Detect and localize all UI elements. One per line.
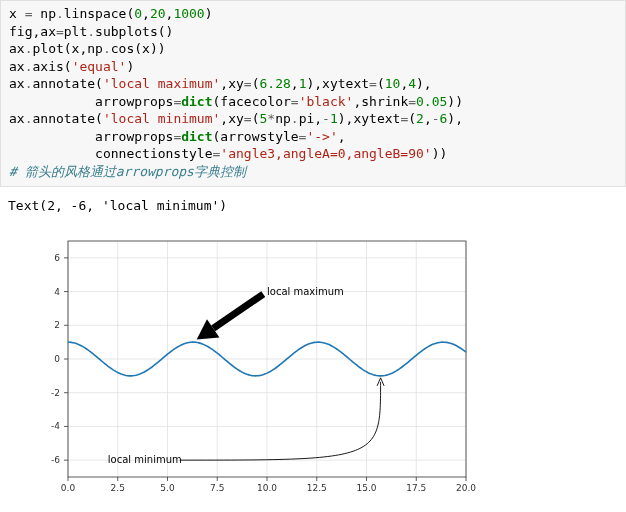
code-token: x [9,6,25,21]
svg-text:4: 4 [54,287,60,297]
svg-text:2.5: 2.5 [111,483,125,493]
code-comment: # 箭头的风格通过arrowprops字典控制 [9,164,246,179]
svg-text:20.0: 20.0 [456,483,476,493]
svg-text:0.0: 0.0 [61,483,76,493]
plot-output: 0.02.55.07.510.012.515.017.520.0-6-4-202… [0,225,626,511]
svg-text:10.0: 10.0 [257,483,277,493]
svg-text:7.5: 7.5 [210,483,224,493]
annotation-label-max: local maximum [267,286,344,297]
annotation-label-min: local minimum [108,454,182,465]
svg-text:17.5: 17.5 [406,483,426,493]
output-repr: Text(2, -6, 'local minimum') [8,198,227,213]
svg-text:5.0: 5.0 [160,483,175,493]
svg-text:6: 6 [54,253,60,263]
svg-text:-4: -4 [51,421,60,431]
svg-text:0: 0 [54,354,60,364]
code-cell: x = np.linspace(0,20,1000) fig,ax=plt.su… [0,0,626,187]
svg-text:12.5: 12.5 [307,483,327,493]
svg-text:-6: -6 [51,455,60,465]
chart-svg: 0.02.55.07.510.012.515.017.520.0-6-4-202… [8,231,478,503]
svg-text:15.0: 15.0 [356,483,376,493]
annotation-arrow-thick [213,294,263,328]
svg-text:2: 2 [54,320,60,330]
output-text: Text(2, -6, 'local minimum') [0,187,626,225]
annotation-arrow-thin [180,382,381,460]
svg-text:-2: -2 [51,388,60,398]
